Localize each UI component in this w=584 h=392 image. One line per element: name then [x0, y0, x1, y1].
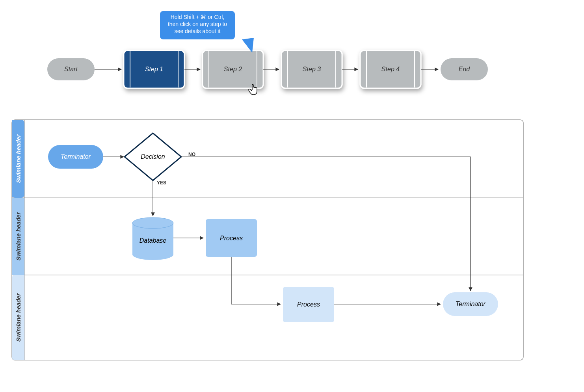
terminator-start[interactable]: Terminator — [48, 145, 103, 169]
flow-step-1-label: Step 1 — [145, 66, 163, 72]
tooltip-line3: see details about it — [175, 28, 221, 34]
process-1-label: Process — [220, 235, 243, 242]
flow-step-4[interactable]: Step 4 — [360, 50, 421, 88]
terminator-start-label: Terminator — [61, 153, 91, 160]
flow-step-2-label: Step 2 — [224, 66, 242, 72]
swimlane-header-2: Swimlane header — [15, 212, 22, 261]
database-label: Database — [139, 237, 167, 244]
process-2-label: Process — [297, 301, 320, 308]
flow-start[interactable]: Start — [47, 58, 95, 80]
process-2[interactable]: Process — [283, 287, 334, 322]
flow-step-1[interactable]: Step 1 — [124, 50, 184, 88]
flow-step-3-label: Step 3 — [303, 66, 321, 72]
tooltip-line2: then click on any step to — [168, 21, 227, 27]
terminator-end[interactable]: Terminator — [443, 292, 498, 316]
decision-yes-label: YES — [157, 180, 166, 186]
flow-start-label: Start — [64, 66, 78, 72]
flow-end-label: End — [459, 66, 471, 72]
process-1[interactable]: Process — [206, 219, 257, 257]
decision-no-label: NO — [188, 152, 195, 157]
tooltip: Hold Shift + ⌘ or Ctrl, then click on an… — [160, 11, 254, 53]
flow-end[interactable]: End — [441, 58, 488, 80]
database[interactable]: Database — [132, 217, 173, 260]
tooltip-line1: Hold Shift + ⌘ or Ctrl, — [171, 14, 225, 20]
terminator-end-label: Terminator — [456, 301, 486, 307]
flow-step-3[interactable]: Step 3 — [281, 50, 342, 88]
swimlane-header-1: Swimlane header — [15, 134, 22, 183]
flow-step-2[interactable]: Step 2 — [203, 50, 263, 88]
swimlane-header-3: Swimlane header — [15, 293, 22, 342]
flow-step-4-label: Step 4 — [381, 66, 400, 72]
decision-label: Decision — [141, 153, 165, 160]
